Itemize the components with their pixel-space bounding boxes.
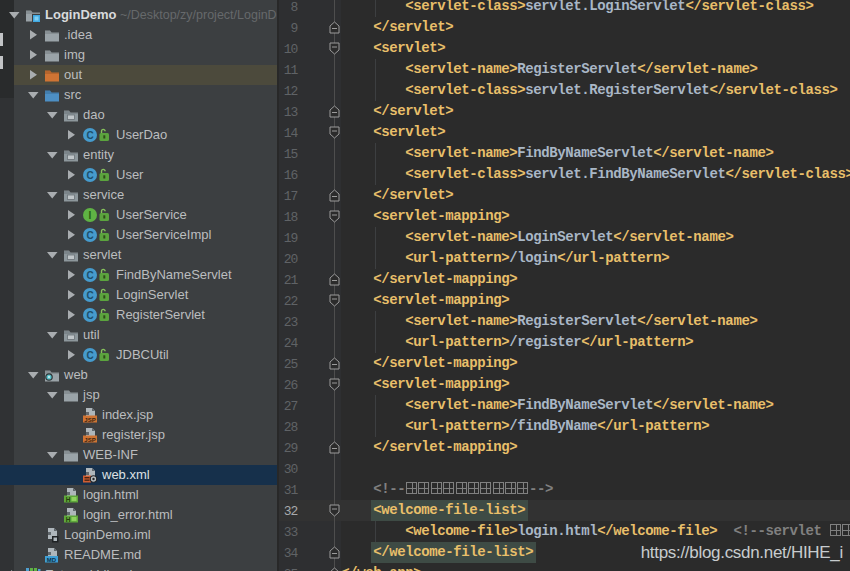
svg-text:C: C (86, 310, 93, 321)
svg-text:C: C (86, 230, 93, 241)
svg-text:I: I (89, 210, 92, 221)
svg-text:C: C (86, 350, 93, 361)
svg-text:C: C (86, 170, 93, 181)
svg-text:JSP: JSP (84, 437, 95, 443)
svg-text:C: C (86, 290, 93, 301)
svg-text:H: H (66, 516, 71, 523)
svg-text:JSP: JSP (84, 417, 95, 423)
svg-text:C: C (86, 130, 93, 141)
svg-text:C: C (86, 270, 93, 281)
svg-text:H: H (66, 496, 71, 503)
svg-text:MD: MD (47, 557, 57, 563)
